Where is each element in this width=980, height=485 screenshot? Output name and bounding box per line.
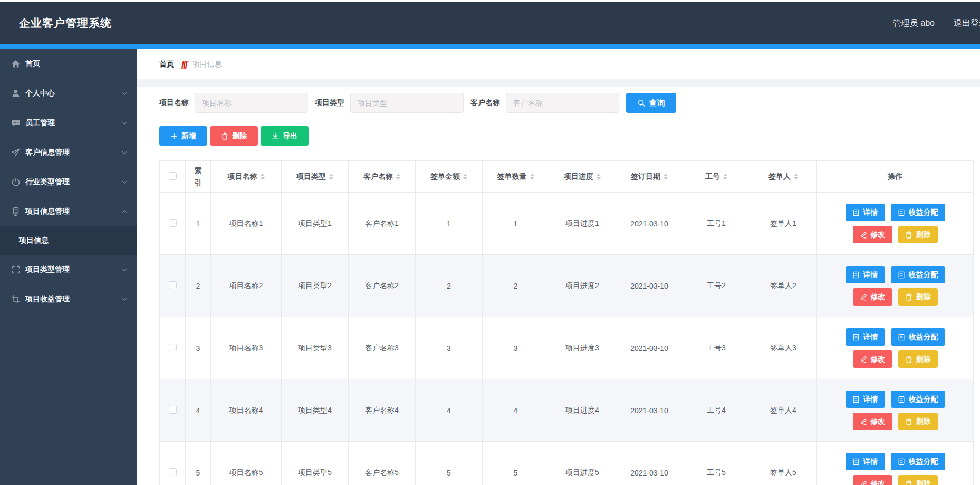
row-delete-button[interactable]: 删除 <box>898 413 938 430</box>
chevron-up-icon <box>121 208 128 215</box>
edit-button[interactable]: 修改 <box>853 288 892 306</box>
edit-button-label: 修改 <box>871 292 886 302</box>
income-allocation-button-label: 收益分配 <box>909 457 938 467</box>
sidebar-item-project-income-mgmt[interactable]: 项目收益管理 <box>0 284 137 314</box>
customer-name-input[interactable] <box>506 93 619 113</box>
income-allocation-button[interactable]: 收益分配 <box>891 391 945 408</box>
logout-link[interactable]: 退出登录 <box>954 18 980 29</box>
row-delete-button[interactable]: 删除 <box>898 288 938 306</box>
row-delete-button-label: 删除 <box>916 479 931 485</box>
top-navbar: 企业客户管理系统 管理员 abo 退出登录 <box>0 2 980 44</box>
chevron-down-icon <box>121 149 128 156</box>
edit-button-label: 修改 <box>871 417 886 426</box>
sidebar-item-project-info-mgmt[interactable]: 项目信息管理 <box>0 197 137 226</box>
sort-caret-icon[interactable] <box>261 174 265 180</box>
column-header-customer[interactable]: 客户名称 <box>349 161 416 193</box>
user-icon <box>11 89 21 98</box>
cell-index: 4 <box>186 379 211 442</box>
delete-button[interactable]: 删除 <box>210 126 258 146</box>
row-select-cell <box>160 193 186 255</box>
row-delete-button[interactable]: 删除 <box>898 350 938 368</box>
sort-caret-icon[interactable] <box>597 174 601 180</box>
sort-caret-icon[interactable] <box>530 174 534 180</box>
breadcrumb: 首页 fff 项目信息 <box>137 49 980 79</box>
send-icon <box>11 148 21 157</box>
document-icon <box>898 271 905 279</box>
cell-index: 5 <box>186 442 211 485</box>
sidebar-item-label: 项目类型管理 <box>25 265 121 274</box>
project-name-input[interactable] <box>195 93 308 113</box>
cell-worker: 工号3 <box>683 317 750 379</box>
sidebar-item-customer-info[interactable]: 客户信息管理 <box>0 138 137 167</box>
sort-caret-icon[interactable] <box>329 174 333 180</box>
current-user-label[interactable]: 管理员 abo <box>893 18 935 29</box>
search-button[interactable]: 查询 <box>626 93 676 113</box>
cell-index: 3 <box>186 317 211 379</box>
detail-button[interactable]: 详情 <box>846 204 885 221</box>
sidebar-item-label: 员工管理 <box>25 118 121 128</box>
row-checkbox[interactable] <box>169 281 177 289</box>
cell-project-type: 项目类型2 <box>282 255 349 317</box>
select-all-checkbox[interactable] <box>169 172 177 180</box>
income-allocation-button[interactable]: 收益分配 <box>891 328 945 346</box>
column-header-date[interactable]: 签订日期 <box>616 161 683 193</box>
cell-date: 2021-03-10 <box>616 442 683 485</box>
home-icon <box>11 59 21 69</box>
sort-caret-icon[interactable] <box>396 174 400 180</box>
cell-quantity: 5 <box>483 442 549 485</box>
sort-caret-icon[interactable] <box>664 174 668 180</box>
column-header-amount[interactable]: 签单金额 <box>416 161 483 193</box>
column-header-progress[interactable]: 项目进度 <box>549 161 616 193</box>
column-header-name[interactable]: 项目名称 <box>211 161 282 193</box>
column-header-worker[interactable]: 工号 <box>683 161 750 193</box>
add-button[interactable]: 新增 <box>159 126 207 146</box>
breadcrumb-home-link[interactable]: 首页 <box>159 60 174 69</box>
sort-caret-icon[interactable] <box>723 174 727 180</box>
row-delete-button[interactable]: 删除 <box>898 475 938 485</box>
edit-button[interactable]: 修改 <box>853 413 892 430</box>
edit-button[interactable]: 修改 <box>853 226 892 243</box>
income-allocation-button[interactable]: 收益分配 <box>891 204 945 221</box>
chevron-down-icon <box>121 296 128 302</box>
detail-button[interactable]: 详情 <box>846 328 885 346</box>
table-row: 2 项目名称2 项目类型2 客户名称2 2 2 项目进度2 2021-03-10… <box>160 255 974 317</box>
cell-customer-name: 客户名称3 <box>349 317 416 379</box>
pencil-icon <box>860 480 867 485</box>
column-header-index: 索引 <box>186 161 211 193</box>
trash-icon <box>905 356 912 363</box>
income-allocation-button[interactable]: 收益分配 <box>891 453 945 470</box>
sort-caret-icon[interactable] <box>794 174 798 180</box>
column-header-quantity[interactable]: 签单数量 <box>483 161 549 193</box>
edit-button[interactable]: 修改 <box>853 475 892 485</box>
pencil-icon <box>860 418 867 425</box>
edit-button[interactable]: 修改 <box>853 350 892 368</box>
detail-button[interactable]: 详情 <box>846 391 885 408</box>
sidebar-item-project-type-mgmt[interactable]: 项目类型管理 <box>0 255 137 284</box>
cell-project-type: 项目类型3 <box>282 317 349 379</box>
row-delete-button[interactable]: 删除 <box>898 226 938 243</box>
detail-button[interactable]: 详情 <box>846 266 885 283</box>
column-header-signer[interactable]: 签单人 <box>750 161 817 193</box>
row-checkbox[interactable] <box>169 406 177 414</box>
filter-label-customer-name: 客户名称 <box>470 98 500 108</box>
table-row: 3 项目名称3 项目类型3 客户名称3 3 3 项目进度3 2021-03-10… <box>160 317 974 379</box>
row-checkbox[interactable] <box>169 468 177 476</box>
income-allocation-button[interactable]: 收益分配 <box>891 266 945 283</box>
sidebar-item-profile[interactable]: 个人中心 <box>0 79 137 108</box>
sidebar-item-home[interactable]: 首页 <box>0 49 137 79</box>
cell-progress: 项目进度3 <box>549 317 616 379</box>
cell-worker: 工号4 <box>683 379 750 442</box>
sidebar-item-industry-type[interactable]: 行业类型管理 <box>0 167 137 197</box>
row-checkbox[interactable] <box>169 344 177 351</box>
sidebar-item-project-info[interactable]: 项目信息 <box>0 226 137 255</box>
document-icon <box>852 209 860 216</box>
sidebar-item-staff[interactable]: 员工管理 <box>0 108 137 138</box>
cell-amount: 5 <box>416 442 483 485</box>
project-type-input[interactable] <box>350 93 464 113</box>
column-header-type[interactable]: 项目类型 <box>282 161 349 193</box>
export-button[interactable]: 导出 <box>261 126 309 146</box>
cell-index: 1 <box>186 193 211 255</box>
row-checkbox[interactable] <box>169 219 177 227</box>
detail-button[interactable]: 详情 <box>846 453 885 470</box>
sort-caret-icon[interactable] <box>463 174 467 180</box>
